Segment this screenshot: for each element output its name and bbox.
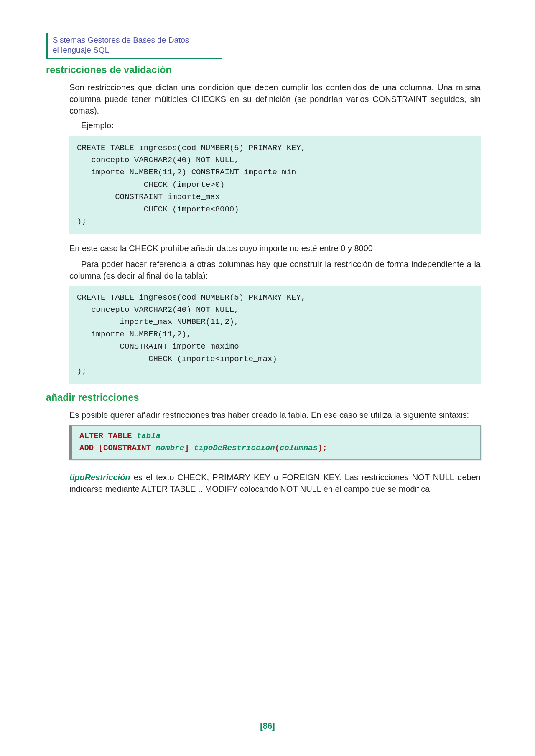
- placeholder-nombre: nombre: [155, 443, 184, 453]
- paren-close: ): [318, 443, 322, 453]
- bracket-close: ]: [184, 443, 189, 453]
- section-title-restricciones: restricciones de validación: [46, 64, 489, 76]
- paragraph-rest: es el texto CHECK, PRIMARY KEY o FOREIGN…: [69, 473, 481, 494]
- semicolon: ;: [323, 443, 327, 453]
- bracket-open: [: [99, 443, 103, 453]
- paren-open: (: [275, 443, 280, 453]
- section-body-1: Son restricciones que dictan una condici…: [69, 81, 481, 384]
- page-number: [86]: [0, 721, 535, 731]
- header-line-2: el lenguaje SQL: [53, 45, 217, 55]
- paragraph: Es posible querer añadir restricciones t…: [69, 409, 481, 421]
- keyword-add: ADD: [79, 443, 94, 453]
- placeholder-columnas: columnas: [280, 443, 318, 453]
- paragraph: En este caso la CHECK prohíbe añadir dat…: [69, 242, 481, 254]
- keyword-alter-table: ALTER TABLE: [79, 431, 132, 440]
- page-header: Sistemas Gestores de Bases de Datos el l…: [46, 33, 222, 59]
- code-block-2: CREATE TABLE ingresos(cod NUMBER(5) PRIM…: [69, 286, 481, 384]
- paragraph: tipoRestricción es el texto CHECK, PRIMA…: [69, 471, 481, 495]
- term-tiporestriccion: tipoRestricción: [69, 473, 130, 482]
- placeholder-tabla: tabla: [137, 431, 160, 440]
- paragraph: Son restricciones que dictan una condici…: [69, 81, 481, 117]
- keyword-constraint: CONSTRAINT: [103, 443, 151, 453]
- document-page: Sistemas Gestores de Bases de Datos el l…: [0, 0, 535, 756]
- section-body-2: Es posible querer añadir restricciones t…: [69, 409, 481, 495]
- section-title-anadir: añadir restricciones: [46, 392, 489, 403]
- paragraph: Para poder hacer referencia a otras colu…: [69, 258, 481, 282]
- example-label: Ejemplo:: [81, 121, 481, 130]
- code-block-1: CREATE TABLE ingresos(cod NUMBER(5) PRIM…: [69, 136, 481, 234]
- header-line-1: Sistemas Gestores de Bases de Datos: [53, 35, 217, 45]
- syntax-block: ALTER TABLE tabla ADD [CONSTRAINT nombre…: [69, 425, 481, 460]
- placeholder-tipo: tipoDeRestricción: [194, 443, 275, 453]
